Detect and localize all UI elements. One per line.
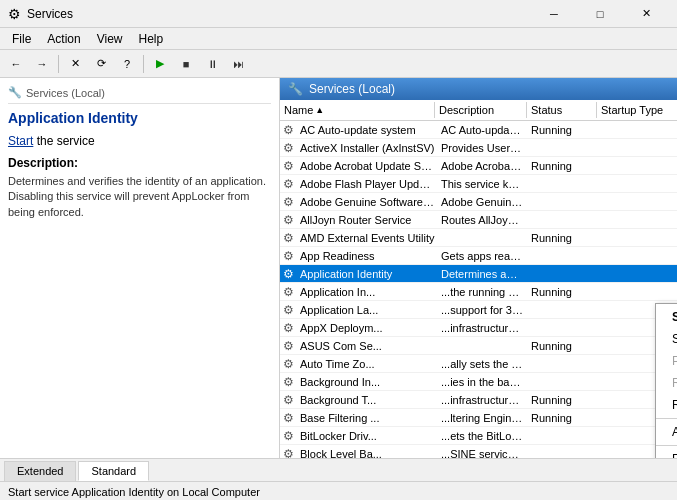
service-icon (282, 176, 298, 192)
service-icon (282, 122, 298, 138)
toolbar-stop-btn[interactable]: ✕ (63, 53, 87, 75)
table-row[interactable]: AC Auto-update system AC Auto-updating s… (280, 121, 677, 139)
table-row[interactable]: BitLocker Driv... ...ets the BitLocker D… (280, 427, 677, 445)
col-header-status[interactable]: Status (527, 102, 597, 118)
toolbar-sep-2 (143, 55, 144, 73)
service-status (527, 219, 597, 221)
service-desc (437, 237, 527, 239)
menu-item-file[interactable]: File (4, 30, 39, 48)
ctx-item-restart[interactable]: Restart (656, 394, 677, 416)
ctx-item-start[interactable]: Start (656, 306, 677, 328)
service-status: Running (527, 339, 597, 353)
ctx-item-stop[interactable]: Stop (656, 328, 677, 350)
service-status (527, 255, 597, 257)
ctx-item-refresh[interactable]: Refresh (656, 448, 677, 458)
maximize-button[interactable]: □ (577, 0, 623, 28)
gear-icon (283, 159, 297, 173)
table-row[interactable]: AllJoyn Router Service Routes AllJoyn me… (280, 211, 677, 229)
service-name: Background T... (298, 393, 437, 407)
service-link-row: Start the service (8, 134, 271, 148)
tab-extended[interactable]: Extended (4, 461, 76, 481)
service-name: Application La... (298, 303, 437, 317)
table-row[interactable]: Background In... ...ies in the backgroun… (280, 373, 677, 391)
service-name: Block Level Ba... (298, 447, 437, 459)
service-startup (597, 147, 677, 149)
status-bar: Start service Application Identity on Lo… (0, 481, 677, 500)
table-row[interactable]: ActiveX Installer (AxInstSV) Provides Us… (280, 139, 677, 157)
table-row[interactable]: Background T... ...infrastructure servic… (280, 391, 677, 409)
col-header-desc[interactable]: Description (435, 102, 527, 118)
title-bar: ⚙ Services ─ □ ✕ (0, 0, 677, 28)
toolbar-refresh-btn[interactable]: ⟳ (89, 53, 113, 75)
service-icon (282, 446, 298, 459)
table-row[interactable]: Adobe Genuine Software In... Adobe Genui… (280, 193, 677, 211)
table-row[interactable]: App Readiness Gets apps ready for use th… (280, 247, 677, 265)
service-name: AMD External Events Utility (298, 231, 437, 245)
table-row[interactable]: Block Level Ba... ...SINE service is use… (280, 445, 677, 458)
right-panel: 🔧 Services (Local) Name ▲ Description St… (280, 78, 677, 458)
table-body[interactable]: AC Auto-update system AC Auto-updating s… (280, 121, 677, 458)
service-icon (282, 320, 298, 336)
gear-icon (283, 231, 297, 245)
tab-standard[interactable]: Standard (78, 461, 149, 481)
table-row[interactable]: AppX Deploym... ...infrastructure suppor… (280, 319, 677, 337)
gear-icon (283, 339, 297, 353)
toolbar-play-btn[interactable]: ▶ (148, 53, 172, 75)
toolbar-pause-btn[interactable]: ⏸ (200, 53, 224, 75)
toolbar-help-btn[interactable]: ? (115, 53, 139, 75)
gear-icon (283, 429, 297, 443)
service-status (527, 309, 597, 311)
service-name: ASUS Com Se... (298, 339, 437, 353)
gear-icon (283, 357, 297, 371)
ctx-item-all-tasks[interactable]: All Tasks▶ (656, 421, 677, 443)
service-icon (282, 158, 298, 174)
minimize-button[interactable]: ─ (531, 0, 577, 28)
service-desc (437, 345, 527, 347)
gear-icon (283, 123, 297, 137)
service-icon (282, 212, 298, 228)
service-desc: AC Auto-updating system and st... (437, 123, 527, 137)
service-desc: Routes AllJoyn messages for the l... (437, 213, 527, 227)
toolbar-forward-btn[interactable]: → (30, 53, 54, 75)
table-row[interactable]: Application In... ...the running of inte… (280, 283, 677, 301)
col-header-startup[interactable]: Startup Type (597, 102, 677, 118)
table-row[interactable]: Application La... ...support for 3rd par… (280, 301, 677, 319)
desc-label: Description: (8, 156, 271, 170)
desc-text: Determines and verifies the identity of … (8, 174, 271, 220)
service-name: AC Auto-update system (298, 123, 437, 137)
toolbar-back-btn[interactable]: ← (4, 53, 28, 75)
table-row[interactable]: ASUS Com Se... Running (280, 337, 677, 355)
service-startup (597, 291, 677, 293)
ctx-item-pause: Pause (656, 350, 677, 372)
context-menu: StartStopPauseResumeRestartAll Tasks▶Ref… (655, 303, 677, 458)
tab-bar: ExtendedStandard (0, 458, 677, 481)
menu-item-view[interactable]: View (89, 30, 131, 48)
table-row[interactable]: AMD External Events Utility Running (280, 229, 677, 247)
gear-icon (283, 177, 297, 191)
service-status (527, 273, 597, 275)
panel-header-icon: 🔧 (8, 86, 22, 99)
table-row[interactable]: Adobe Flash Player Update ... This servi… (280, 175, 677, 193)
service-status: Running (527, 285, 597, 299)
menu-item-help[interactable]: Help (131, 30, 172, 48)
table-row[interactable]: Application Identity Determines and veri… (280, 265, 677, 283)
services-header-icon: 🔧 (288, 82, 303, 96)
close-button[interactable]: ✕ (623, 0, 669, 28)
service-desc: This service keeps your Adobe Fl... (437, 177, 527, 191)
service-icon (282, 428, 298, 444)
table-row[interactable]: Adobe Acrobat Update Serv... Adobe Acrob… (280, 157, 677, 175)
service-icon (282, 410, 298, 426)
service-name: Adobe Genuine Software In... (298, 195, 437, 209)
start-link[interactable]: Start (8, 134, 33, 148)
service-desc: ...infrastructure service t... (437, 393, 527, 407)
col-header-name[interactable]: Name ▲ (280, 102, 435, 118)
service-icon (282, 374, 298, 390)
table-row[interactable]: Base Filtering ... ...ltering Engine (BF… (280, 409, 677, 427)
service-icon (282, 194, 298, 210)
table-row[interactable]: Auto Time Zo... ...ally sets the system … (280, 355, 677, 373)
toolbar-skip-btn[interactable]: ⏭ (226, 53, 250, 75)
panel-header-text: Services (Local) (26, 87, 105, 99)
toolbar-stop2-btn[interactable]: ■ (174, 53, 198, 75)
service-startup (597, 165, 677, 167)
menu-item-action[interactable]: Action (39, 30, 88, 48)
